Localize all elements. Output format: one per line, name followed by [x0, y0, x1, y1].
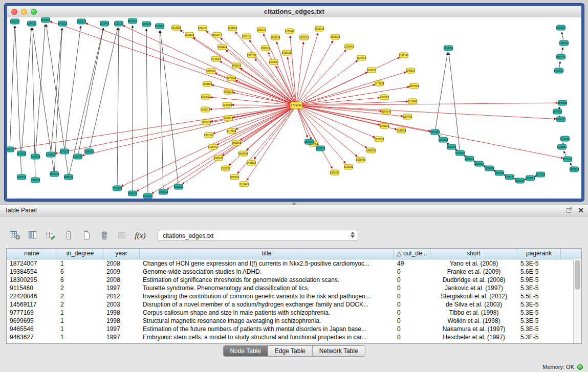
network-node[interactable]: 1093991 — [344, 164, 353, 169]
network-node[interactable]: 1648794 — [444, 46, 453, 51]
table-cell[interactable]: 9115460 — [7, 284, 57, 292]
delete-rows-icon[interactable] — [98, 229, 111, 242]
table-cell[interactable]: Estimation of significance thresholds fo… — [140, 276, 394, 284]
table-cell[interactable]: Tibbo et al. (1998) — [430, 309, 517, 317]
table-cell[interactable]: 0 — [394, 284, 430, 292]
table-cell[interactable]: 0 — [394, 276, 430, 284]
network-node[interactable]: 1086103 — [159, 189, 168, 194]
table-cell[interactable]: 5.3E-5 — [517, 259, 561, 268]
network-node[interactable]: 1210441 — [408, 99, 417, 104]
table-cell[interactable]: 1 — [57, 333, 103, 341]
network-node[interactable]: 9465546 — [238, 151, 248, 156]
network-node[interactable]: 1495758 — [366, 148, 376, 153]
column-header-pagerank[interactable]: pagerank — [517, 249, 561, 259]
network-node[interactable]: 2041129 — [380, 123, 389, 128]
table-row[interactable]: 1938455462009Genome-wide association stu… — [7, 268, 581, 276]
network-node[interactable]: 1721061 — [560, 136, 570, 141]
network-node[interactable]: 1441103 — [58, 21, 67, 26]
network-node[interactable]: 1806452 — [474, 161, 484, 166]
close-panel-icon[interactable]: ✕ — [578, 205, 584, 216]
column-header-in_degree[interactable]: in_degree — [57, 249, 103, 259]
close-button[interactable] — [11, 9, 17, 15]
table-row[interactable]: 946362711997Embryonic stem cells: a mode… — [7, 333, 581, 341]
table-cell[interactable]: 5.3E-5 — [517, 284, 561, 292]
network-node[interactable]: 1858118 — [202, 120, 211, 125]
table-cell[interactable]: 1 — [57, 259, 103, 268]
network-node[interactable]: 9699695 — [232, 140, 241, 145]
table-cell[interactable]: 1997 — [103, 325, 140, 333]
table-cell[interactable]: Hescheler et al. (1997) — [430, 333, 517, 341]
network-node[interactable]: 1123103 — [114, 21, 123, 26]
network-node[interactable]: 2125441 — [285, 29, 294, 34]
table-cell[interactable]: 5.3E-5 — [517, 317, 561, 325]
table-cell[interactable]: 2012 — [103, 292, 140, 300]
table-cell[interactable]: Yano et al. (2008) — [430, 259, 517, 268]
table-cell[interactable]: 0 — [394, 333, 430, 341]
table-cell[interactable]: 19384554 — [7, 268, 57, 276]
table-cell[interactable]: Wolkin et al. (1998) — [430, 317, 517, 325]
network-node[interactable]: 2242004 — [223, 102, 232, 107]
network-node[interactable]: 1532061 — [155, 24, 164, 29]
table-cell[interactable]: 5.3E-5 — [517, 333, 561, 341]
network-node[interactable]: 1872400 — [330, 170, 339, 175]
network-node[interactable]: 9466103 — [232, 63, 241, 68]
table-cell[interactable]: 18300295 — [7, 276, 57, 284]
column-header-out_de[interactable]: △ out_de... — [394, 249, 430, 259]
zoom-button[interactable] — [31, 9, 37, 15]
network-node[interactable]: 1906124 — [77, 19, 86, 24]
network-node[interactable]: 1687103 — [553, 109, 562, 114]
column-header-title[interactable]: title — [140, 249, 394, 259]
network-node[interactable]: 1103054 — [557, 144, 567, 149]
table-cell[interactable]: 49 — [394, 259, 430, 268]
network-node[interactable]: 1725441 — [208, 144, 217, 149]
table-cell[interactable]: 2008 — [103, 259, 140, 268]
table-row[interactable]: 1456911722003Disruption of a novel membe… — [7, 300, 581, 309]
network-node[interactable]: 1184410 — [217, 45, 227, 50]
table-row[interactable]: 2242004622012Investigating the contribut… — [7, 292, 581, 300]
table-cell[interactable]: Corpus callosum shape and size in male p… — [140, 309, 394, 317]
table-cell[interactable]: 1998 — [103, 309, 140, 317]
table-row[interactable]: 946554611997Estimation of the future num… — [7, 325, 581, 333]
table-cell[interactable]: 0 — [394, 292, 430, 300]
table-cell[interactable]: 1997 — [103, 333, 140, 341]
table-cell[interactable]: Disruption of a novel member of a sodium… — [140, 300, 394, 309]
network-node[interactable]: 1123056 — [221, 166, 230, 171]
table-row[interactable]: 977716911998Corpus callosum shape and si… — [7, 309, 581, 317]
table-row[interactable]: 911546021997Tourette syndrome. Phenomeno… — [7, 284, 581, 292]
table-cell[interactable]: Changes of HCN gene expression and I(f) … — [140, 259, 394, 268]
network-view[interactable]: 1724046196124318610241275441152754416561… — [7, 17, 581, 199]
network-node[interactable]: 1806103 — [556, 117, 565, 122]
network-node[interactable]: 1879197 — [430, 129, 440, 135]
table-cell[interactable]: Jankovic et al. (1997) — [430, 284, 517, 292]
network-node[interactable]: 9872544 — [227, 76, 236, 81]
table-cell[interactable]: Tourette syndrome. Phenomenology and cla… — [140, 284, 394, 292]
table-cell[interactable]: 1 — [57, 317, 103, 325]
table-cell[interactable]: 5.3E-5 — [517, 325, 561, 333]
network-node[interactable]: 1956103 — [64, 174, 73, 180]
network-node[interactable]: 1961103 — [439, 137, 448, 142]
network-node[interactable]: 1661024 — [257, 27, 266, 32]
table-cell[interactable]: 0 — [394, 325, 430, 333]
network-node[interactable]: 1087118 — [247, 53, 256, 58]
network-node[interactable]: 1776103 — [505, 174, 514, 180]
network-node[interactable]: 1985103 — [31, 154, 40, 159]
network-node[interactable]: 1808102 — [261, 46, 270, 51]
vertical-scrollbar[interactable] — [573, 259, 581, 343]
network-node[interactable]: 1861024 — [515, 178, 525, 183]
network-node[interactable]: 1806112 — [50, 171, 59, 177]
table-cell[interactable]: 18724007 — [7, 259, 57, 268]
table-cell[interactable]: Stergiakouli et al. (2012) — [430, 292, 517, 300]
table-cell[interactable]: Investigating the contribution of common… — [140, 292, 394, 300]
network-node[interactable]: 1258103 — [203, 81, 212, 86]
network-node[interactable]: 1224061 — [228, 26, 237, 31]
network-node[interactable]: 1827441 — [556, 54, 565, 59]
tab-network-table[interactable]: Network Table — [312, 346, 365, 356]
table-cell[interactable]: 2 — [57, 292, 103, 300]
scrollbar-thumb[interactable] — [575, 260, 580, 290]
network-node[interactable]: 1656103 — [367, 68, 376, 73]
table-cell[interactable]: 9465546 — [7, 325, 57, 333]
show-columns-icon[interactable] — [26, 229, 39, 242]
table-cell[interactable]: 5.3E-5 — [517, 300, 561, 309]
network-node[interactable]: 1856103 — [242, 34, 251, 39]
network-node[interactable]: 9777169 — [227, 128, 236, 134]
